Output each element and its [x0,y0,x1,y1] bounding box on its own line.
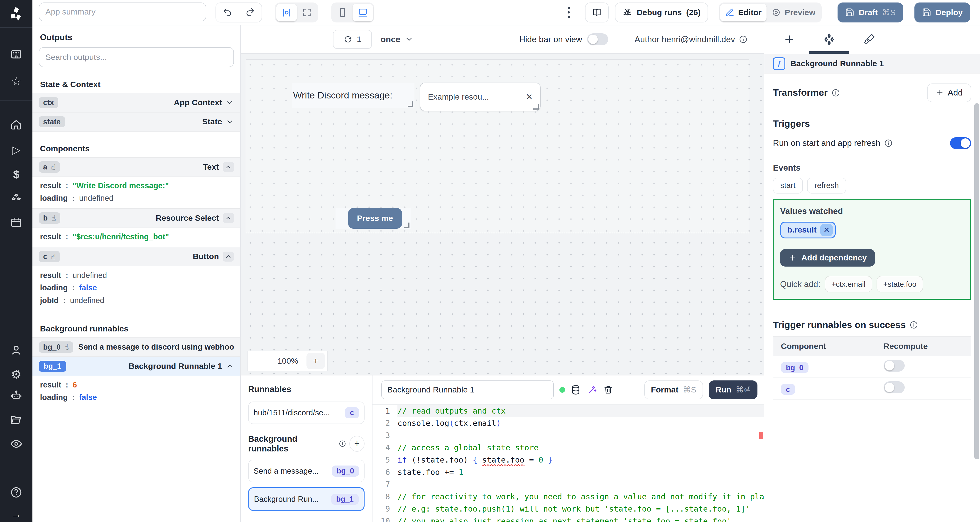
ai-wand-icon[interactable] [587,385,598,395]
app-summary-input[interactable] [39,3,206,21]
info-icon[interactable] [884,139,893,148]
component-b-header[interactable]: b☝ Resource Select [32,208,240,228]
more-options-kebab-icon[interactable] [563,5,575,20]
editor-preview-toggle: Editor Preview [719,3,822,22]
windmill-logo-icon[interactable] [8,6,24,24]
component-a-header[interactable]: a☝ Text [32,157,240,177]
undo-button[interactable] [216,3,239,22]
resize-handle[interactable] [408,102,413,107]
tab-preview[interactable]: Preview [767,4,820,21]
quick-add-state-foo[interactable]: +state.foo [877,276,923,293]
chevron-up-icon[interactable] [226,362,234,370]
recompute-toggle[interactable] [884,360,905,372]
zoom-level: 100% [269,356,307,366]
refresh-count-button[interactable]: 1 [333,30,372,49]
center-layout-button[interactable] [276,4,297,21]
press-me-button[interactable]: Press me [348,208,402,229]
event-chip-start[interactable]: start [773,178,803,194]
quick-add-ctx-email[interactable]: +ctx.email [825,276,872,293]
scrollbar-thumb[interactable] [974,103,979,459]
styling-brush-tab-icon[interactable] [849,25,889,54]
ctx-row[interactable]: ctx App Context [32,93,240,113]
hub-script-item[interactable]: hub/1511/discord/se... c [248,401,364,424]
code-line: 7 [372,478,764,490]
cache-db-icon[interactable] [571,385,581,395]
recompute-toggle[interactable] [884,381,905,393]
runs-icon[interactable]: ▷ [10,144,22,156]
component-c-header[interactable]: c☝ Button [32,247,240,267]
add-dependency-button[interactable]: Add dependency [780,249,875,267]
home-icon[interactable] [10,119,22,131]
add-transformer-button[interactable]: Add [927,83,971,102]
info-icon[interactable] [339,440,346,447]
tab-editor[interactable]: Editor [720,4,767,21]
chevron-down-icon[interactable] [226,99,234,107]
deploy-button[interactable]: Deploy [915,3,970,22]
run-button[interactable]: Run⌘⏎ [709,380,757,399]
run-on-start-toggle[interactable] [950,137,971,149]
workers-robot-icon[interactable] [10,389,22,401]
runnables-bottom-panel: Runnables hub/1511/discord/se... c Backg… [241,375,764,522]
chevron-down-icon[interactable] [226,118,234,126]
help-icon[interactable] [10,486,22,499]
code-area[interactable]: 1// read outputs and ctx 2console.log(ct… [372,404,764,522]
remove-dependency-icon[interactable]: ✕ [820,224,833,236]
triggers-title: Triggers [773,118,971,129]
fullscreen-button[interactable] [297,4,317,21]
variables-icon[interactable]: $ [10,168,22,181]
table-row: c [773,377,971,399]
docs-book-button[interactable] [585,3,609,22]
draft-save-button[interactable]: Draft⌘S [838,3,903,22]
schedules-icon[interactable] [10,216,22,229]
folders-icon[interactable] [10,414,22,426]
info-icon[interactable] [739,35,748,44]
save-icon [845,8,854,17]
redo-button[interactable] [239,3,262,22]
status-dot [559,387,565,393]
event-chip-refresh[interactable]: refresh [807,178,846,194]
hide-bar-toggle[interactable] [587,33,608,45]
delete-trash-icon[interactable] [603,385,613,395]
zoom-in-button[interactable]: + [307,353,325,369]
resources-icon[interactable] [10,193,22,205]
ctx-badge: ctx [39,97,58,108]
bg1-runnable-item-selected[interactable]: Background Run... bg_1 [248,487,364,511]
audit-eye-icon[interactable] [10,438,22,450]
add-runnable-button[interactable]: + [349,436,364,452]
favorites-star-icon[interactable]: ☆ [10,75,22,88]
resize-handle[interactable] [404,223,409,228]
dependency-chip[interactable]: b.result ✕ [780,222,836,239]
users-icon[interactable] [10,344,22,356]
text-component[interactable]: Write Discord message: [292,83,414,108]
button-component-cell[interactable]: Press me [336,208,410,229]
insert-component-tab-plus-icon[interactable] [769,25,809,54]
schedule-mode-select[interactable]: once [381,25,414,54]
chevron-up-icon[interactable] [223,213,234,223]
chevron-up-icon[interactable] [223,251,234,261]
search-outputs-input[interactable] [39,53,234,62]
bg0-row[interactable]: bg_0☝ Send a message to discord using we… [32,337,240,357]
desktop-view-button[interactable] [353,4,373,21]
bg1-row-selected[interactable]: bg_1 Background Runnable 1 [32,357,240,376]
info-icon[interactable] [910,321,918,329]
chevron-up-icon[interactable] [223,162,234,172]
zoom-out-button[interactable]: − [248,356,269,366]
apps-icon[interactable] [10,48,22,60]
bg0-runnable-item[interactable]: Send a message... bg_0 [248,460,364,482]
state-row[interactable]: state State [32,113,240,132]
format-button[interactable]: Format⌘S [644,380,703,399]
app-canvas[interactable]: Write Discord message: Example resou... … [241,54,764,375]
author-label: Author henri@windmill.dev [635,35,735,44]
clear-selection-icon[interactable]: ✕ [526,92,533,102]
settings-gear-icon[interactable]: ⚙ [10,368,22,381]
resize-handle[interactable] [533,104,539,110]
mobile-view-button[interactable] [332,4,353,21]
debug-runs-button[interactable]: Debug runs(26) [615,3,708,22]
collapse-arrow-icon[interactable]: → [10,508,22,520]
refresh-icon [344,35,353,44]
component-badge: c [345,407,359,419]
settings-connections-tab-icon[interactable] [809,25,849,54]
info-icon[interactable] [831,89,840,97]
runnable-name-input[interactable] [381,380,554,399]
resource-select-component[interactable]: Example resou... ✕ [420,83,541,111]
